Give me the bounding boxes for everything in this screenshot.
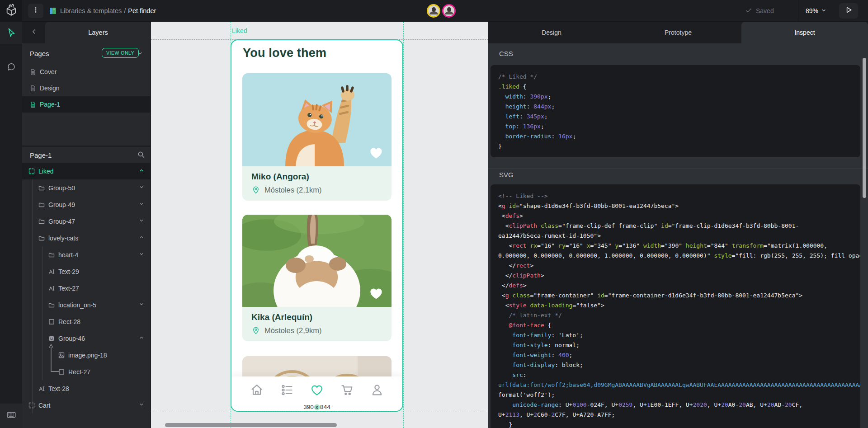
layer-label: Cart [38, 402, 50, 409]
liked-frame[interactable]: You love them Miko (Angora)Móstoles (2,1… [231, 39, 403, 412]
image-icon [58, 352, 65, 359]
play-icon [844, 6, 853, 16]
selection-guide-right [403, 22, 404, 428]
page-item-page-1[interactable]: Page-1 [22, 96, 151, 113]
code-line: height: 844px; [498, 102, 860, 112]
chevron-down-icon[interactable] [139, 184, 144, 191]
chevron-up-icon[interactable] [139, 234, 144, 241]
pet-info: Miko (Angora)Móstoles (2,1km) [242, 166, 392, 201]
nav-list-icon[interactable] [280, 383, 294, 397]
code-line: ea12447b5eca-rumext-id-1050"> [498, 231, 860, 241]
nav-home-icon[interactable] [250, 383, 264, 397]
layer-row-text-27[interactable]: Text-27 [22, 280, 151, 296]
layer-row-image.png-18[interactable]: image.png-18 [22, 347, 151, 363]
layer-row-text-28[interactable]: Text-28 [22, 380, 151, 397]
layer-row-location_on-5[interactable]: location_on-5 [22, 296, 151, 313]
view-mode-button[interactable] [839, 3, 858, 19]
layer-row-rect-28[interactable]: Rect-28 [22, 313, 151, 330]
layer-row-cart[interactable]: Cart [22, 397, 151, 414]
penpot-logo-button[interactable] [0, 0, 22, 22]
code-line: src: [498, 370, 860, 380]
layer-label: Group-46 [58, 335, 85, 342]
code-line: border-radius: 16px; [498, 132, 860, 141]
chevron-down-icon[interactable] [139, 217, 144, 225]
chevron-down-icon [821, 7, 826, 14]
pet-name: Miko (Angora) [251, 172, 392, 182]
frame-heading[interactable]: You love them [243, 46, 326, 60]
layer-row-liked[interactable]: Liked [22, 163, 151, 179]
penpot-app: Libraries & templates / Pet finder Saved… [0, 0, 868, 428]
layer-row-group-46[interactable]: Group-46 [22, 330, 151, 347]
chevron-down-icon[interactable] [139, 201, 144, 208]
liked-heart-icon[interactable] [368, 145, 384, 161]
avatar-yellow[interactable] [427, 4, 440, 18]
chevron-down-icon[interactable] [139, 301, 144, 308]
code-line: .liked { [498, 82, 860, 92]
tab-layers[interactable]: Layers [45, 22, 151, 43]
page-label: Page-1 [40, 101, 60, 108]
folder-icon [48, 301, 55, 309]
nav-heart-icon[interactable] [310, 383, 324, 397]
comments-tool-button[interactable] [0, 59, 22, 77]
main-menu-button[interactable] [28, 4, 43, 18]
move-tool-button[interactable] [0, 22, 22, 44]
pages-collapse-chevron-icon[interactable] [137, 50, 143, 58]
layer-row-rect-27[interactable]: Rect-27 [22, 363, 151, 380]
pet-name: Kika (Arlequín) [251, 312, 392, 322]
chevron-up-icon[interactable] [139, 334, 144, 342]
code-line: font-display: block; [498, 360, 860, 370]
shortcuts-button[interactable] [0, 404, 22, 428]
chevron-up-icon[interactable] [139, 167, 144, 174]
check-icon [745, 7, 752, 15]
folder-icon [38, 218, 45, 225]
pet-card-2[interactable]: Kika (Arlequín)Móstoles (2,9km) [242, 215, 392, 341]
code-line: @font-face { [498, 320, 860, 330]
tab-prototype[interactable]: Prototype [615, 22, 741, 43]
pet-photo[interactable] [242, 73, 392, 166]
search-icon[interactable] [137, 151, 145, 160]
page-item-design[interactable]: Design [22, 80, 151, 96]
code-line: top: 136px; [498, 122, 860, 132]
nav-user-icon[interactable] [370, 383, 384, 397]
collapse-sidebar-button[interactable] [22, 22, 45, 43]
page-item-cover[interactable]: Cover [22, 64, 151, 80]
pet-photo[interactable] [242, 215, 392, 307]
layer-row-group-47[interactable]: Group-47 [22, 213, 151, 230]
code-line: 0.000000, 0.000000, 0.000000, 1.000000, … [498, 251, 860, 261]
layer-row-group-50[interactable]: Group-50 [22, 179, 151, 196]
zoom-level: 89% [806, 7, 818, 14]
comment-icon [7, 62, 16, 73]
breadcrumb-separator: / [124, 7, 126, 14]
layer-label: Group-50 [48, 184, 75, 192]
selection-guide-bottom [151, 412, 488, 412]
layer-row-group-49[interactable]: Group-49 [22, 196, 151, 213]
layer-row-text-29[interactable]: Text-29 [22, 263, 151, 280]
breadcrumb-project: Pet finder [128, 7, 156, 14]
layer-row-heart-4[interactable]: heart-4 [22, 246, 151, 263]
zoom-control[interactable]: 89% [806, 0, 826, 22]
frame-name-label[interactable]: Liked [232, 27, 247, 34]
library-file-icon [49, 7, 57, 15]
kebab-menu-icon [32, 6, 39, 15]
layer-label: Rect-27 [68, 368, 90, 376]
code-line: </defs> [498, 281, 860, 291]
pages-divider [22, 146, 151, 147]
avatar-pink[interactable] [442, 4, 456, 18]
pet-card-1[interactable]: Miko (Angora)Móstoles (2,1km) [242, 73, 392, 201]
page-icon [30, 85, 36, 92]
panel-vertical-scrollbar[interactable] [863, 58, 866, 198]
page-icon [30, 69, 36, 75]
canvas-horizontal-scrollbar[interactable] [165, 423, 337, 427]
breadcrumb[interactable]: Libraries & templates / Pet finder [60, 0, 156, 22]
layer-row-lovely-cats[interactable]: lovely-cats [22, 230, 151, 246]
frame-icon [28, 402, 35, 409]
liked-heart-icon[interactable] [368, 285, 384, 301]
canvas[interactable]: Liked You love them Miko (Angora)Móstole… [151, 22, 488, 428]
tab-design[interactable]: Design [488, 22, 615, 43]
chevron-down-icon[interactable] [139, 401, 144, 409]
nav-cart-icon[interactable] [340, 383, 354, 397]
folder-icon [38, 201, 45, 208]
tab-inspect[interactable]: Inspect [741, 22, 868, 43]
chevron-down-icon[interactable] [139, 251, 144, 258]
code-line: <clipPath class="frame-clip-def frame-cl… [498, 221, 860, 231]
